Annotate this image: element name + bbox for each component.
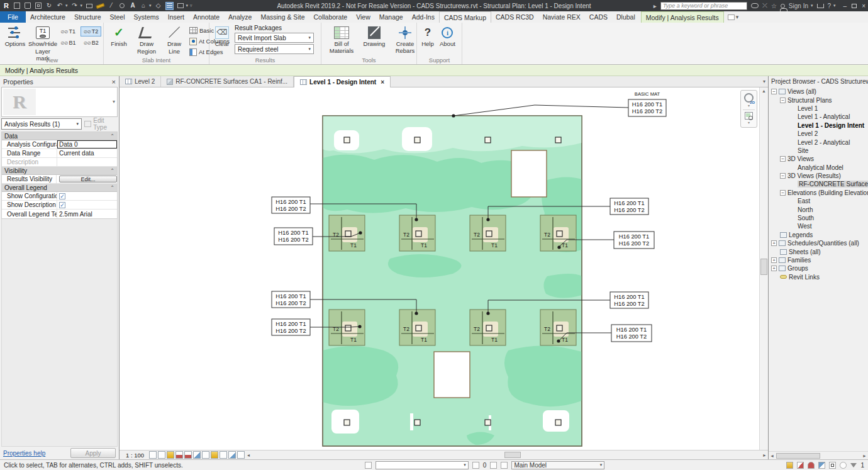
section-visibility[interactable]: Visibility⌃ — [2, 167, 117, 175]
edit-type-button[interactable]: Edit Type — [84, 117, 118, 131]
scroll-right-icon[interactable]: ► — [762, 453, 767, 457]
reveal-constraints-icon[interactable] — [237, 451, 245, 459]
account-icon[interactable] — [781, 4, 785, 8]
properties-help-link[interactable]: Properties help — [3, 450, 45, 457]
tab-analyze[interactable]: Analyze — [224, 11, 256, 23]
design-options-combobox[interactable]: Main Model▾ — [511, 461, 604, 469]
tab-massing-site[interactable]: Massing & Site — [256, 11, 309, 23]
browser-scroll-thumb[interactable] — [776, 453, 820, 459]
aligned-dimension-icon[interactable]: ⁄ — [108, 2, 115, 10]
steering-wheel-icon[interactable] — [744, 93, 754, 103]
create-rebars-button[interactable]: Create Rebars — [389, 24, 421, 56]
show-description-checkbox[interactable]: ✓ — [59, 202, 65, 208]
about-button[interactable]: i About — [438, 24, 457, 49]
reveal-hidden-elements-icon[interactable] — [211, 451, 218, 459]
3d-view-dropdown-icon[interactable]: ▾ — [149, 3, 152, 8]
clear-button[interactable]: ⌫ Clear — [212, 24, 232, 49]
tab-cads-rc3d[interactable]: CADS RC3D — [491, 11, 538, 23]
exclude-options-icon[interactable] — [797, 462, 804, 469]
show-analytical-model-icon[interactable] — [228, 451, 236, 459]
tree-item-east[interactable]: East — [769, 197, 868, 205]
tree-item-3d-views-results[interactable]: −3D Views (Results) — [769, 172, 868, 180]
view-tab-level-2[interactable]: Level 2 — [120, 76, 161, 87]
tree-item-level-1-analytical[interactable]: Level 1 - Analytical — [769, 113, 868, 121]
tree-item-elevations[interactable]: −Elevations (Building Elevation) — [769, 189, 868, 197]
shadows-icon[interactable] — [175, 451, 183, 459]
expand-box-icon[interactable]: + — [771, 257, 777, 263]
tree-item-revit-links[interactable]: Revit Links — [769, 273, 868, 281]
tree-item-level-2-analytical[interactable]: Level 2 - Analytical — [769, 138, 868, 146]
new-file-icon[interactable] — [13, 2, 21, 10]
property-row[interactable]: Description — [2, 158, 117, 167]
property-row[interactable]: Overall Legend Text 2.5mm Arial — [2, 210, 117, 218]
draw-region-button[interactable]: Draw Region — [134, 24, 159, 57]
default-3d-view-icon[interactable]: ⌂ — [140, 2, 147, 10]
tree-item-west[interactable]: West — [769, 222, 868, 230]
pin-icon[interactable] — [808, 462, 815, 469]
view-tab-list-icon[interactable]: ▾ — [760, 76, 768, 87]
tree-item-analytical-model[interactable]: Analytical Model — [769, 164, 868, 172]
tab-systems[interactable]: Systems — [130, 11, 164, 23]
section-overall-legend[interactable]: Overall Legend⌃ — [2, 184, 117, 192]
temporary-view-properties-icon[interactable] — [220, 451, 227, 459]
select-links-icon[interactable] — [818, 462, 825, 469]
undo-icon[interactable]: ↶ — [56, 2, 64, 10]
drag-elements-icon[interactable] — [829, 462, 836, 469]
section-icon[interactable]: ◇ — [155, 2, 162, 10]
search-input[interactable] — [660, 2, 747, 10]
tree-item-groups[interactable]: +Groups — [769, 264, 868, 272]
expand-box-icon[interactable]: + — [771, 266, 777, 271]
scroll-up-icon[interactable]: ▲ — [760, 89, 768, 93]
filter-icon[interactable] — [850, 463, 857, 467]
crop-view-icon[interactable] — [184, 451, 192, 459]
property-row[interactable]: Show Description ✓ — [2, 201, 117, 210]
property-row[interactable]: Analysis Configurati... Data 0 — [2, 140, 117, 149]
tab-structure[interactable]: Structure — [70, 11, 106, 23]
toggle-b1[interactable]: ⊘⊘B1 — [58, 38, 78, 48]
show-crop-region-icon[interactable] — [193, 451, 201, 459]
close-view-icon[interactable]: × — [381, 79, 384, 86]
switch-windows-dropdown-icon[interactable]: ▾ — [186, 3, 189, 8]
toggle-t1[interactable]: ⊘⊘T1 — [58, 26, 78, 36]
tab-modify-analysis-results[interactable]: Modify | Analysis Results — [641, 11, 724, 23]
preview-dropdown-icon[interactable]: ▾ — [113, 99, 115, 104]
scroll-right-icon[interactable]: ► — [862, 454, 867, 458]
thin-lines-icon[interactable] — [165, 2, 174, 10]
ribbon-display-toggle[interactable]: ▾ — [728, 11, 739, 23]
close-button[interactable]: × — [862, 3, 865, 9]
collapse-box-icon[interactable]: − — [771, 89, 777, 94]
active-only-icon[interactable] — [501, 462, 508, 469]
tree-item-site[interactable]: Site — [769, 147, 868, 155]
property-row[interactable]: Data Range Current data — [2, 149, 117, 158]
tab-add-ins[interactable]: Add-Ins — [408, 11, 439, 23]
sync-icon[interactable]: ↻ — [45, 2, 53, 10]
tree-item-legends[interactable]: Legends — [769, 231, 868, 239]
tree-item-level-1[interactable]: Level 1 — [769, 104, 868, 113]
tab-insert[interactable]: Insert — [164, 11, 189, 23]
view-tab-rf-concrete[interactable]: RF-CONCRETE Surfaces CA1 - Reinf... — [161, 76, 294, 87]
collapse-box-icon[interactable]: − — [780, 98, 786, 103]
exchange-apps-icon[interactable]: ⤫ — [762, 2, 767, 9]
design-options-icon[interactable] — [490, 462, 497, 469]
help-menu-icon[interactable]: ? — [828, 3, 832, 9]
drawing-button[interactable]: Drawing — [362, 24, 387, 49]
tab-architecture[interactable]: Architecture — [26, 11, 70, 23]
tree-item-south[interactable]: South — [769, 214, 868, 222]
tree-item-rf-concrete-surfaces[interactable]: RF-CONCRETE Surfaces CA1 - — [769, 180, 868, 188]
property-row[interactable]: Show Configuration... ✓ — [2, 192, 117, 201]
tab-naviate-rex[interactable]: Naviate REX — [538, 11, 585, 23]
properties-close-icon[interactable]: × — [112, 78, 116, 86]
redo-icon[interactable]: ↷ — [71, 2, 79, 10]
toggle-b2[interactable]: ⊘⊘B2 — [81, 38, 101, 48]
collapse-box-icon[interactable]: − — [780, 173, 786, 179]
tag-icon[interactable] — [118, 2, 126, 10]
tree-item-schedules[interactable]: +Schedules/Quantities (all) — [769, 239, 868, 247]
results-visibility-edit-button[interactable]: Edit... — [59, 176, 117, 182]
draw-line-button[interactable]: Draw Line — [162, 24, 187, 57]
vertical-scrollbar[interactable]: ▲ — [759, 87, 768, 450]
print-icon[interactable] — [86, 2, 93, 10]
minimize-button[interactable]: – — [843, 3, 847, 9]
text-icon[interactable]: A — [129, 2, 136, 10]
vertical-scroll-thumb[interactable] — [760, 259, 767, 275]
finish-button[interactable]: ✓ Finish — [106, 24, 131, 49]
